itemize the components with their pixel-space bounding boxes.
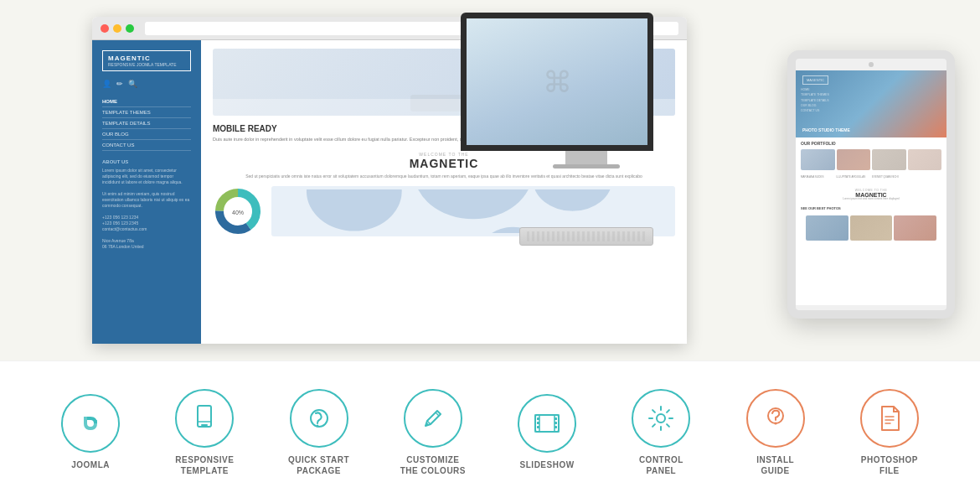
tablet-portfolio: OUR PORTFOLIO MARIA ANA SLIDES LLLUPITAT… <box>796 137 946 185</box>
donut-chart: 40% <box>213 186 263 236</box>
install-label: INSTALLGUIDE <box>756 454 794 476</box>
site-logo-title: MAGENTIC <box>108 54 185 62</box>
file-icon <box>860 389 919 448</box>
site-logo-box: MAGENTIC RESPONSIVE JOOMLA TEMPLATE <box>102 50 191 71</box>
feature-responsive: RESPONSIVETEMPLATE <box>147 389 261 476</box>
browser-dot-yellow <box>113 24 121 33</box>
svg-rect-4 <box>198 406 211 427</box>
photo-item-1 <box>806 215 848 241</box>
photo-item-2 <box>850 215 893 241</box>
tablet-photos-grid <box>801 212 941 244</box>
features-bar: JOOMLA RESPONSIVETEMPLATE QUICK STARTPAC… <box>0 360 980 503</box>
feature-joomla: JOOMLA <box>34 394 147 470</box>
site-logo-sub: RESPONSIVE JOOMLA TEMPLATE <box>108 62 185 67</box>
preview-area: MAGENTIC RESPONSIVE JOOMLA TEMPLATE 👤 ✏ … <box>0 0 980 360</box>
site-sidebar: MAGENTIC RESPONSIVE JOOMLA TEMPLATE 👤 ✏ … <box>92 40 201 344</box>
svg-text:40%: 40% <box>232 210 244 215</box>
svg-point-19 <box>657 414 665 423</box>
search-icon: 🔍 <box>128 80 137 88</box>
tablet-best-photos-section: SEE OUR BEST PHOTOS <box>796 205 946 246</box>
mobile-icon <box>175 389 234 448</box>
question-icon <box>746 389 805 448</box>
film-icon <box>518 394 576 453</box>
feature-control: CONTROLPANEL <box>604 389 718 476</box>
imac-mockup: ⌘ <box>461 13 712 231</box>
feature-install: INSTALLGUIDE <box>719 389 833 476</box>
sidebar-nav-home[interactable]: HOME <box>102 96 191 107</box>
tablet-screen: MAGENTIC PHOTO STUDIO THEME HOMETEMPLATE… <box>796 70 946 305</box>
svg-rect-5 <box>201 424 208 426</box>
tablet-header-text: PHOTO STUDIO THEME <box>802 127 850 132</box>
svg-rect-18 <box>554 426 557 428</box>
customize-label: CUSTOMIZETHE COLOURS <box>400 454 466 476</box>
sidebar-nav-contact[interactable]: CONTACT US <box>102 140 191 151</box>
browser-dot-green <box>126 24 134 33</box>
photoshop-label: PHOTOSHOPFILE <box>861 454 918 476</box>
sidebar-nav-details[interactable]: TEMPLATE DETAILS <box>102 118 191 129</box>
browser-dot-red <box>101 24 109 33</box>
feature-slideshow: SLIDESHOW <box>490 394 604 470</box>
slideshow-label: SLIDESHOW <box>520 459 575 470</box>
svg-rect-16 <box>554 417 557 420</box>
tablet-logo: MAGENTIC <box>802 75 828 85</box>
tablet-welcome: WELCOME TO THE MAGNETIC Lorem ipsum text… <box>796 185 946 205</box>
svg-rect-17 <box>554 422 557 424</box>
about-title: ABOUT US <box>102 159 191 164</box>
quickstart-icon <box>290 389 348 448</box>
svg-rect-15 <box>537 426 539 428</box>
tablet-header-img: MAGENTIC PHOTO STUDIO THEME HOMETEMPLATE… <box>796 70 946 137</box>
user-icon: 👤 <box>102 80 111 88</box>
portfolio-item-4 <box>908 149 942 170</box>
about-text: Lorem ipsum dolor sit amet, consectetur … <box>102 168 191 250</box>
svg-rect-14 <box>537 422 539 424</box>
portfolio-item-3 <box>872 149 906 170</box>
svg-rect-13 <box>537 417 539 420</box>
gear-icon <box>632 389 690 448</box>
responsive-label: RESPONSIVETEMPLATE <box>175 454 234 476</box>
svg-point-8 <box>316 424 318 427</box>
sidebar-icons: 👤 ✏ 🔍 <box>102 80 191 88</box>
portfolio-item-1 <box>801 149 835 170</box>
tablet-welcome-text: Lorem ipsum text and more content here d… <box>799 198 943 201</box>
joomla-icon <box>61 394 120 453</box>
edit-icon: ✏ <box>116 80 123 88</box>
joomla-label: JOOMLA <box>71 459 110 470</box>
svg-point-21 <box>774 422 776 424</box>
feature-customize: CUSTOMIZETHE COLOURS <box>376 389 490 476</box>
tablet-portfolio-title: OUR PORTFOLIO <box>801 141 941 146</box>
portfolio-item-2 <box>837 149 871 170</box>
quickstart-label: QUICK STARTPACKAGE <box>288 454 349 476</box>
tablet-camera <box>869 62 874 67</box>
tablet-portfolio-grid <box>801 149 941 170</box>
photo-item-3 <box>894 215 936 241</box>
feature-photoshop: PHOTOSHOPFILE <box>833 389 946 476</box>
tablet-best-photos-title: SEE OUR BEST PHOTOS <box>801 206 941 210</box>
sidebar-nav-blog[interactable]: OUR BLOG <box>102 129 191 140</box>
control-label: CONTROLPANEL <box>639 454 683 476</box>
tablet-mockup: MAGENTIC PHOTO STUDIO THEME HOMETEMPLATE… <box>787 50 955 319</box>
sidebar-nav-themes[interactable]: TEMPLATE THEMES <box>102 107 191 118</box>
imac-screen: ⌘ <box>461 13 653 151</box>
about-section: ABOUT US Lorem ipsum dolor sit amet, con… <box>102 159 191 250</box>
pencil-icon <box>404 389 462 448</box>
feature-quickstart: QUICK STARTPACKAGE <box>262 389 376 476</box>
